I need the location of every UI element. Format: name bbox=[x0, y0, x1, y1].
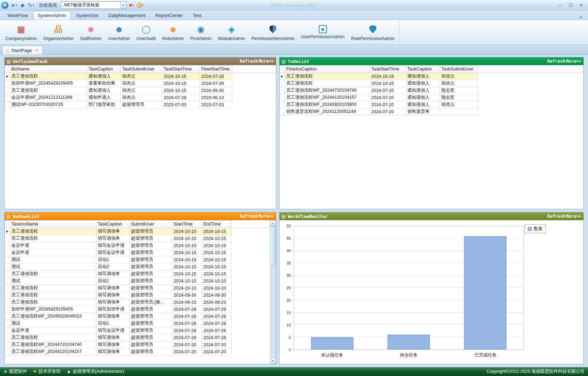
table-row[interactable]: 会议申请填写会议申请超级管理员2024-10-152024-10-15 bbox=[5, 242, 270, 249]
tools-icon[interactable]: ✎▾ bbox=[28, 2, 34, 8]
app-logo-icon[interactable]: R bbox=[1, 2, 9, 9]
ribbon-item-companyadmin[interactable]: CompanyAdmin bbox=[2, 21, 40, 44]
ribbon-item-organizeadmin[interactable]: OrganizeAdmin bbox=[40, 21, 77, 44]
table-row[interactable]: ▶员工请假流程通知请假人胡杰云2024-10-152024-07-28 bbox=[5, 73, 276, 80]
column-header[interactable]: TaskInsName bbox=[10, 221, 96, 228]
ribbon-item-moduleadmin[interactable]: ModuleAdmin bbox=[215, 21, 248, 44]
cell: 部门领导审批 bbox=[87, 101, 121, 108]
more-button[interactable]: More>> bbox=[259, 59, 274, 64]
table-row[interactable]: 测试启动1超级管理员2024-10-102024-10-10 bbox=[5, 278, 270, 285]
more-button[interactable]: More>> bbox=[566, 214, 581, 219]
scroll-thumb[interactable] bbox=[270, 226, 276, 264]
table-row[interactable]: 员工请假流程WF_20244120104157填写请假单超级管理员2024-07… bbox=[5, 348, 270, 355]
help-icon[interactable]: ?▾ bbox=[137, 2, 144, 8]
column-header[interactable]: TaskCaption bbox=[406, 65, 440, 73]
column-header[interactable]: BizName bbox=[10, 65, 87, 73]
table-row[interactable]: 员工请假流程填写请假单超级管理员2024-10-152024-10-15 bbox=[5, 235, 270, 242]
refresh-button[interactable]: Refresh bbox=[547, 59, 565, 64]
column-header[interactable]: FlowInsCaption bbox=[285, 65, 370, 73]
close-button[interactable]: ✕ bbox=[576, 1, 587, 9]
more-button[interactable]: More>> bbox=[566, 59, 581, 64]
table-row[interactable]: 测试启动2超级管理员2024-10-152024-10-15 bbox=[5, 263, 270, 270]
close-tab-icon[interactable]: ✕ bbox=[34, 48, 39, 53]
users-icon[interactable]: ☻ bbox=[20, 2, 26, 8]
scroll-down-icon[interactable]: ▼ bbox=[270, 358, 276, 364]
collapse-ribbon-icon[interactable]: ▲ bbox=[576, 13, 585, 20]
table-row[interactable]: 员工请假流程填写请假单超级管理员2024-10-102024-10-10 bbox=[5, 285, 270, 292]
column-header[interactable]: TaskSubmitUser bbox=[121, 65, 162, 73]
y-tick-label: 40 bbox=[287, 249, 291, 253]
tab-workflow[interactable]: WorkFlow bbox=[3, 11, 33, 20]
table-row[interactable]: 测试WF-20230703020725部门领导审批超级管理员2023-07-03… bbox=[5, 101, 276, 108]
table-row[interactable]: 会议申请填写会议申请超级管理员2024-10-152024-10-15 bbox=[5, 249, 270, 256]
refresh-button[interactable]: Refresh bbox=[547, 214, 565, 219]
table-row[interactable]: 员工请假流程填写请假单超级管理员2024-07-282024-07-28 bbox=[5, 334, 270, 341]
ribbon-item-useradmin[interactable]: UserAdmin bbox=[105, 21, 133, 44]
data-grid: BizNameTaskCaptionTaskSubmitUserTaskStar… bbox=[5, 65, 276, 108]
vertical-scrollbar[interactable]: ▲ ▼ bbox=[270, 220, 276, 364]
user-permission-admin-icon bbox=[319, 25, 327, 33]
column-header[interactable]: TaskCaption bbox=[87, 65, 121, 73]
column-header[interactable]: EndTime bbox=[202, 221, 232, 228]
tab-startpage[interactable]: ⌂ StartPage ✕ bbox=[2, 46, 43, 55]
table-row[interactable]: 会议申请WF_20241213111349通知申请人胡杰云2024-07-282… bbox=[5, 94, 276, 101]
table-row[interactable]: 加班申请WF_20245429105405填写加班申请超级管理员2024-07-… bbox=[5, 306, 270, 313]
row-marker-header bbox=[5, 65, 10, 73]
home-icon: ⌂ bbox=[6, 47, 9, 53]
statusbar-user-item: 超级管理员(Administrator) bbox=[67, 369, 124, 375]
table-row[interactable]: 测试启动1超级管理员2024-10-152024-10-15 bbox=[5, 256, 270, 263]
ribbon-item-staffadmin[interactable]: StaffAdmin bbox=[77, 21, 105, 44]
ribbon-item-useraudit[interactable]: UserAudit bbox=[133, 21, 159, 44]
ribbon-item-userpermissionadmin[interactable]: UserPermissionAdmin bbox=[298, 21, 348, 44]
table-row[interactable]: 员工请假流程通知请假人胡杰云2024-10-152024-09-30 bbox=[5, 87, 276, 94]
cell: 测试 bbox=[10, 320, 96, 327]
selected-row-marker-icon: ▶ bbox=[280, 73, 285, 80]
tab-dailymanagement[interactable]: DailyManagement bbox=[104, 11, 150, 20]
cell: 填写请假单 bbox=[96, 348, 130, 355]
column-header[interactable]: FlowStartTime bbox=[200, 65, 232, 73]
table-row[interactable]: 员工请假流程WF_20244720104740填写请假单超级管理员2024-07… bbox=[5, 341, 270, 348]
scroll-up-icon[interactable]: ▲ bbox=[270, 220, 276, 226]
table-row[interactable]: 会议申请填写会议申请超级管理员2024-07-282024-07-28 bbox=[5, 327, 270, 334]
table-row[interactable]: 员工请假流程WF_20245028045023填写请假单超级管理员2024-07… bbox=[5, 313, 270, 320]
table-row[interactable]: 员工请假流程填写请假单超级管理员,[撤...2024-09-232024-09-… bbox=[5, 299, 270, 306]
system-select[interactable]: .NET敏捷开发框架 ▼ bbox=[61, 1, 127, 9]
minimize-button[interactable]: ─ bbox=[555, 1, 565, 9]
combo-dropdown-icon[interactable]: ▼ bbox=[120, 2, 126, 8]
cell: 2024-09-23 bbox=[172, 299, 202, 306]
table-row[interactable]: 员工请假流程WF_202447201047402024-07-20通知请假人陈志… bbox=[280, 87, 584, 94]
favorite-icon[interactable]: ♥▾ bbox=[129, 2, 134, 8]
column-header[interactable]: StartTime bbox=[172, 221, 202, 228]
scroll-track[interactable] bbox=[270, 226, 276, 358]
column-header[interactable]: TaskStartTime bbox=[370, 65, 406, 73]
table-row[interactable]: 员工请假流程WF_202441201041572024-07-20通知请假人陈志… bbox=[280, 94, 584, 101]
refresh-button[interactable]: Refresh bbox=[240, 59, 258, 64]
more-button[interactable]: More>> bbox=[259, 214, 274, 219]
tab-reportcenter[interactable]: ReportCenter bbox=[151, 11, 187, 20]
ribbon-item-roleadmin[interactable]: RoleAdmin bbox=[159, 21, 187, 44]
column-header[interactable]: TaskStartTime bbox=[162, 65, 200, 73]
cell: 超级管理员 bbox=[130, 341, 172, 348]
table-row[interactable]: 加班申请WF_20245429105405查看审批结果胡杰云2024-10-15… bbox=[5, 80, 276, 87]
table-row[interactable]: 员工请假流程填写请假单超级管理员2024-09-302024-09-30 bbox=[5, 292, 270, 299]
table-row[interactable]: 测试启动1超级管理员2024-07-282024-07-28 bbox=[5, 320, 270, 327]
refresh-button[interactable]: Refresh bbox=[240, 214, 258, 219]
maximize-button[interactable]: ☐ bbox=[565, 1, 576, 9]
table-row[interactable]: 员工请假流程WF_202439201039002024-07-20通知请假人胡杰… bbox=[280, 101, 584, 108]
ribbon-item-rolepermissionadmin[interactable]: RolePermissionAdmin bbox=[348, 21, 398, 44]
ribbon-item-postadmin[interactable]: PostAdmin bbox=[187, 21, 215, 44]
table-row[interactable]: 销售退货流程WF_202411200511492024-07-20销售退货单 bbox=[280, 108, 584, 115]
column-header[interactable]: TaskSubmitUser bbox=[440, 65, 478, 73]
table-row[interactable]: 员工请假流程填写请假单超级管理员2024-10-152024-10-15 bbox=[5, 270, 270, 278]
tab-systemadmin[interactable]: SystemAdmin bbox=[33, 11, 71, 20]
table-row[interactable]: ▶员工请假流程填写请假单超级管理员2024-10-152024-10-15 bbox=[5, 228, 270, 235]
category-label: 待办任务 bbox=[371, 352, 447, 358]
quick-launch-icon[interactable]: ➤▾ bbox=[11, 2, 17, 8]
tab-systemset[interactable]: SystemSet bbox=[72, 11, 103, 20]
table-row[interactable]: 员工请假流程2024-10-15通知请假人胡杰云 bbox=[280, 80, 584, 87]
column-header[interactable]: SubmitUser bbox=[130, 221, 172, 228]
tab-test[interactable]: Test bbox=[188, 11, 206, 20]
column-header[interactable]: TaskCaption bbox=[96, 221, 130, 228]
ribbon-item-permissionitemadmin[interactable]: PermissionItemAdmin bbox=[248, 21, 298, 44]
table-row[interactable]: ▶员工请假流程2024-10-15通知请假人胡杰云 bbox=[280, 73, 584, 80]
